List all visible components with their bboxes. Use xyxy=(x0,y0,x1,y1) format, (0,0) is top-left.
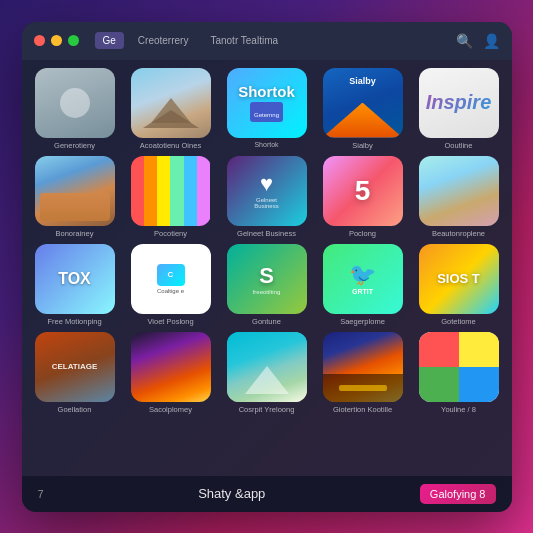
footer: 7 Shaty &app Galofying 8 xyxy=(22,476,512,512)
grid-item-r2c3[interactable]: ♥ GelneetBusiness Gelneet Business xyxy=(222,156,312,238)
grid-item-r1c2[interactable]: Acoatotienu Oines xyxy=(126,68,216,150)
footer-number: 7 xyxy=(38,488,44,500)
app-label-r3c5: Gotetiome xyxy=(441,317,476,326)
grid-item-r2c4[interactable]: 5 Poclong xyxy=(318,156,408,238)
app-icon-r4c4 xyxy=(323,332,403,402)
titlebar: Ge Creoterrery Tanotr Tealtima 🔍 👤 xyxy=(22,22,512,60)
tab-bar: Ge Creoterrery Tanotr Tealtima xyxy=(95,32,448,49)
app-icon-r2c2 xyxy=(131,156,211,226)
app-icon-r4c3 xyxy=(227,332,307,402)
app-label-r4c3: Cosrpit Yreloong xyxy=(239,405,295,414)
maximize-button[interactable] xyxy=(68,35,79,46)
app-label-r4c4: Giotertion Kootille xyxy=(333,405,392,414)
app-label-r2c4: Poclong xyxy=(349,229,376,238)
grid-item-r2c1[interactable]: Bonorainey xyxy=(30,156,120,238)
app-label-r3c4: Saegerplome xyxy=(340,317,385,326)
app-icon-r4c1: CELATIAGE xyxy=(35,332,115,402)
app-icon-r3c1: TOX xyxy=(35,244,115,314)
app-label-r2c5: Beautonroplene xyxy=(432,229,485,238)
app-label-r2c2: Pocotieny xyxy=(154,229,187,238)
app-icon-r1c5: Inspire xyxy=(419,68,499,138)
app-label-r3c1: Free Motionping xyxy=(47,317,101,326)
app-label-r1c4: Sialby xyxy=(352,141,372,150)
app-icon-r1c4: Sialby xyxy=(323,68,403,138)
app-window: Ge Creoterrery Tanotr Tealtima 🔍 👤 xyxy=(22,22,512,512)
app-label-r4c5: Youline / 8 xyxy=(441,405,476,414)
app-label-r1c1: Generotieny xyxy=(54,141,95,150)
footer-button[interactable]: Galofying 8 xyxy=(420,484,496,504)
app-label-r3c3: Gontune xyxy=(252,317,281,326)
tab-ge[interactable]: Ge xyxy=(95,32,124,49)
app-icon-r2c3: ♥ GelneetBusiness xyxy=(227,156,307,226)
grid-item-r1c1[interactable]: Generotieny xyxy=(30,68,120,150)
grid-item-r3c3[interactable]: S freeotilting Gontune xyxy=(222,244,312,326)
titlebar-actions: 🔍 👤 xyxy=(456,33,500,49)
app-icon-r1c3: Shortok Geternng xyxy=(227,68,307,138)
app-label-r2c3: Gelneet Business xyxy=(237,229,296,238)
app-label-r1c3: Shortok xyxy=(254,141,278,149)
grid-item-r4c2[interactable]: Sacolplomey xyxy=(126,332,216,414)
footer-title: Shaty &app xyxy=(198,486,265,501)
app-icon-r2c4: 5 xyxy=(323,156,403,226)
app-icon-r1c2 xyxy=(131,68,211,138)
grid-item-r1c5[interactable]: Inspire Ooutline xyxy=(414,68,504,150)
app-label-r1c5: Ooutline xyxy=(445,141,473,150)
tab-creoterrery[interactable]: Creoterrery xyxy=(130,32,197,49)
user-icon[interactable]: 👤 xyxy=(483,33,500,49)
app-icon-r3c3: S freeotilting xyxy=(227,244,307,314)
main-content: Generotieny Acoatotienu Oines Shortok Ge… xyxy=(22,60,512,476)
grid-item-r2c2[interactable]: Pocotieny xyxy=(126,156,216,238)
app-grid: Generotieny Acoatotienu Oines Shortok Ge… xyxy=(30,68,504,414)
grid-item-r1c3[interactable]: Shortok Geternng Shortok xyxy=(222,68,312,150)
app-label-r4c1: Goellation xyxy=(58,405,92,414)
app-label-r4c2: Sacolplomey xyxy=(149,405,192,414)
traffic-lights xyxy=(34,35,79,46)
grid-item-r3c4[interactable]: 🐦 GRTIT Saegerplome xyxy=(318,244,408,326)
grid-item-r4c3[interactable]: Cosrpit Yreloong xyxy=(222,332,312,414)
grid-item-r2c5[interactable]: Beautonroplene xyxy=(414,156,504,238)
grid-item-r3c1[interactable]: TOX Free Motionping xyxy=(30,244,120,326)
app-icon-r1c1 xyxy=(35,68,115,138)
app-icon-r3c5: SIOS T xyxy=(419,244,499,314)
search-icon[interactable]: 🔍 xyxy=(456,33,473,49)
app-icon-r2c5 xyxy=(419,156,499,226)
app-label-r1c2: Acoatotienu Oines xyxy=(140,141,201,150)
grid-item-r3c5[interactable]: SIOS T Gotetiome xyxy=(414,244,504,326)
close-button[interactable] xyxy=(34,35,45,46)
app-icon-r4c5 xyxy=(419,332,499,402)
grid-item-r4c4[interactable]: Giotertion Kootille xyxy=(318,332,408,414)
app-icon-r2c1 xyxy=(35,156,115,226)
grid-item-r1c4[interactable]: Sialby Sialby xyxy=(318,68,408,150)
grid-item-r4c5[interactable]: Youline / 8 xyxy=(414,332,504,414)
app-label-r3c2: Vioet Poslong xyxy=(147,317,193,326)
minimize-button[interactable] xyxy=(51,35,62,46)
grid-item-r3c2[interactable]: C Coaltige e Vioet Poslong xyxy=(126,244,216,326)
grid-item-r4c1[interactable]: CELATIAGE Goellation xyxy=(30,332,120,414)
app-icon-r4c2 xyxy=(131,332,211,402)
app-label-r2c1: Bonorainey xyxy=(56,229,94,238)
app-icon-r3c4: 🐦 GRTIT xyxy=(323,244,403,314)
app-icon-r3c2: C Coaltige e xyxy=(131,244,211,314)
tab-tanotr[interactable]: Tanotr Tealtima xyxy=(202,32,286,49)
